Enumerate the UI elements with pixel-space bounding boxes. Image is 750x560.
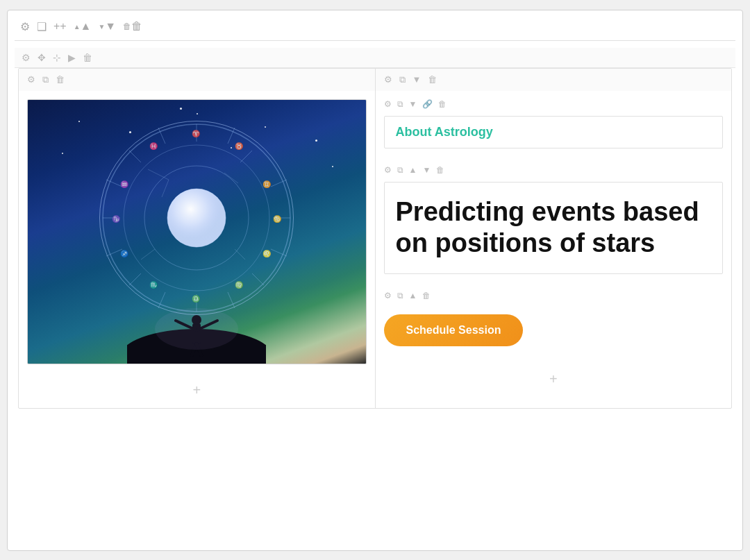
svg-text:♓: ♓ xyxy=(149,142,158,151)
svg-text:♒: ♒ xyxy=(120,180,129,189)
svg-text:♈: ♈ xyxy=(192,129,201,138)
right-col-toolbar: ⚙ ⧉ ▼ 🗑 xyxy=(376,69,732,91)
svg-text:♊: ♊ xyxy=(262,180,272,189)
svg-line-35 xyxy=(224,173,238,183)
editor-container: + ▲ ▼ 🗑 ⚙ ✥ ⊹ ▶ 🗑 ⚙ ⧉ 🗑 xyxy=(7,10,743,551)
image-placeholder: ♈ ♉ ♊ ♋ ♌ ♍ ♎ ♏ ♐ ♑ ♒ ♓ xyxy=(28,100,366,364)
right-add-icon: + xyxy=(549,371,558,387)
button-arrow-up-icon[interactable]: ▲ xyxy=(409,291,417,300)
button-gear-icon[interactable]: ⚙ xyxy=(384,291,392,300)
heading-block-wrapper: ⚙ ⧉ ▲ ▼ 🗑 Predicting events based on pos… xyxy=(376,157,732,282)
link-block-wrapper: ⚙ ⧉ ▼ 🔗 🗑 About Astrology xyxy=(376,91,732,157)
svg-text:♋: ♋ xyxy=(273,214,282,223)
right-trash-icon[interactable]: 🗑 xyxy=(428,74,437,85)
svg-line-36 xyxy=(141,249,155,260)
right-copy-icon[interactable]: ⧉ xyxy=(399,74,406,85)
link-copy-icon[interactable]: ⧉ xyxy=(397,99,403,109)
columns-row: ⚙ ⧉ 🗑 xyxy=(18,68,732,409)
top-gear-icon[interactable] xyxy=(20,20,30,33)
svg-line-34 xyxy=(162,180,169,197)
heading-arrow-down-icon[interactable]: ▼ xyxy=(422,165,431,175)
button-trash-icon[interactable]: 🗑 xyxy=(422,291,431,300)
schedule-session-button[interactable]: Schedule Session xyxy=(384,314,524,346)
svg-line-4 xyxy=(129,151,141,162)
left-add-block-button[interactable]: + xyxy=(19,373,375,408)
heading-block-toolbar: ⚙ ⧉ ▲ ▼ 🗑 xyxy=(384,162,724,179)
left-add-icon: + xyxy=(192,382,201,398)
heading-gear-icon[interactable]: ⚙ xyxy=(384,165,392,175)
link-dropdown-icon[interactable]: ▼ xyxy=(409,99,417,109)
link-link-icon[interactable]: 🔗 xyxy=(422,99,433,109)
link-gear-icon[interactable]: ⚙ xyxy=(384,99,392,109)
left-col-toolbar: ⚙ ⧉ 🗑 xyxy=(19,69,375,91)
row-trash-icon[interactable]: 🗑 xyxy=(83,52,92,63)
svg-point-45 xyxy=(155,308,238,350)
heading-text: Predicting events based on positions of … xyxy=(396,196,712,260)
svg-text:♉: ♉ xyxy=(235,142,244,151)
button-copy-icon[interactable]: ⧉ xyxy=(397,291,403,300)
silhouette xyxy=(127,280,266,364)
about-astrology-link[interactable]: About Astrology xyxy=(396,125,493,139)
heading-arrow-up-icon[interactable]: ▲ xyxy=(409,165,417,175)
link-block[interactable]: About Astrology xyxy=(384,116,724,149)
top-layers-icon[interactable] xyxy=(37,20,47,33)
svg-line-33 xyxy=(148,169,169,180)
link-trash-icon[interactable]: 🗑 xyxy=(438,99,447,109)
heading-copy-icon[interactable]: ⧉ xyxy=(397,165,403,175)
top-add-icon[interactable]: + xyxy=(53,20,67,33)
svg-point-20 xyxy=(167,189,226,247)
top-arrow-down-icon[interactable]: ▼ xyxy=(98,20,116,33)
left-trash-icon[interactable]: 🗑 xyxy=(56,74,65,85)
top-toolbar: + ▲ ▼ 🗑 xyxy=(15,17,735,41)
left-copy-icon[interactable]: ⧉ xyxy=(42,74,49,85)
right-gear-icon[interactable]: ⚙ xyxy=(384,74,392,85)
heading-block: Predicting events based on positions of … xyxy=(384,182,724,274)
link-block-toolbar: ⚙ ⧉ ▼ 🔗 🗑 xyxy=(384,96,724,113)
row-move2-icon[interactable]: ⊹ xyxy=(53,52,61,63)
svg-text:♌: ♌ xyxy=(262,249,272,258)
heading-trash-icon[interactable]: 🗑 xyxy=(436,165,444,175)
right-column: ⚙ ⧉ ▼ 🗑 ⚙ ⧉ ▼ 🔗 🗑 About Astrology xyxy=(376,69,732,408)
row-gear-icon[interactable]: ⚙ xyxy=(22,52,31,63)
svg-text:♐: ♐ xyxy=(120,249,129,258)
button-block: Schedule Session xyxy=(384,307,724,353)
top-arrow-up-icon[interactable]: ▲ xyxy=(74,20,92,33)
right-arrow-down-icon[interactable]: ▼ xyxy=(412,74,422,85)
row-arrow-right-icon[interactable]: ▶ xyxy=(68,52,76,63)
button-block-toolbar: ⚙ ⧉ ▲ 🗑 xyxy=(384,288,724,305)
right-add-block-button[interactable]: + xyxy=(376,362,732,397)
image-block-wrapper: ♈ ♉ ♊ ♋ ♌ ♍ ♎ ♏ ♐ ♑ ♒ ♓ xyxy=(19,91,375,373)
left-gear-icon[interactable]: ⚙ xyxy=(27,74,35,85)
image-block[interactable]: ♈ ♉ ♊ ♋ ♌ ♍ ♎ ♏ ♐ ♑ ♒ ♓ xyxy=(27,99,367,364)
svg-line-37 xyxy=(235,249,245,260)
left-column: ⚙ ⧉ 🗑 xyxy=(19,69,376,408)
row-toolbar: ⚙ ✥ ⊹ ▶ 🗑 xyxy=(15,48,735,68)
button-block-wrapper: ⚙ ⧉ ▲ 🗑 Schedule Session xyxy=(376,282,732,362)
svg-text:♑: ♑ xyxy=(112,214,121,223)
row-move-icon[interactable]: ✥ xyxy=(38,52,46,63)
top-trash-icon[interactable]: 🗑 xyxy=(123,20,142,33)
